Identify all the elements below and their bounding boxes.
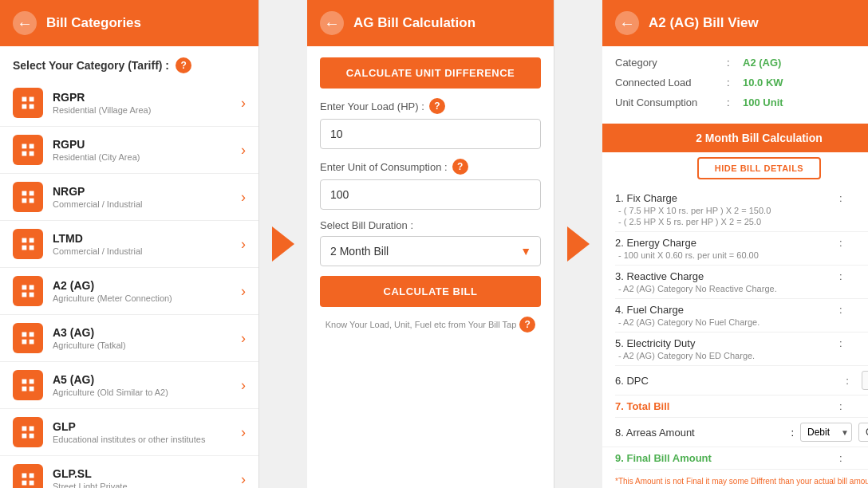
final-bill-label: 9. Final Bill Amount bbox=[615, 452, 839, 464]
panel1-header: ← Bill Categories bbox=[0, 0, 258, 46]
panel3-title: A2 (AG) Bill View bbox=[649, 15, 759, 31]
ag-bill-calc-panel: ← AG Bill Calculation CALCULATE UNIT DIF… bbox=[307, 0, 554, 488]
bill-row-dpc: 6. DPC : D.P.C. bbox=[615, 366, 868, 396]
arrears-select[interactable]: DebitCredit bbox=[800, 423, 852, 442]
chevron-right-icon: › bbox=[241, 189, 246, 206]
load-field-group: Enter Your Load (HP) : ? bbox=[320, 98, 541, 149]
category-sub-a5ag: Agriculture (Old Similar to A2) bbox=[53, 388, 231, 397]
category-item-a3ag[interactable]: A3 (AG) Agriculture (Tatkal) › bbox=[0, 315, 258, 362]
category-item-rgpr[interactable]: RGPR Residential (Village Area) › bbox=[0, 80, 258, 127]
final-colon: : bbox=[839, 452, 855, 464]
unit-help-icon[interactable]: ? bbox=[452, 159, 468, 175]
bill-label-total-bill: 7. Total Bill bbox=[615, 400, 839, 412]
category-icon-rgpr bbox=[13, 88, 43, 118]
info-help-icon[interactable]: ? bbox=[519, 317, 535, 333]
calc-body: CALCULATE UNIT DIFFERENCE Enter Your Loa… bbox=[307, 46, 554, 488]
bill-sub: - 100 unit X 0.60 rs. per unit = 60.00 bbox=[615, 250, 868, 260]
svg-rect-4 bbox=[22, 144, 27, 149]
bill-sub: - A2 (AG) Category No Fuel Charge. bbox=[615, 317, 868, 327]
meta-colon: : bbox=[727, 96, 743, 108]
calc-bill-button[interactable]: CALCULATE BILL bbox=[320, 276, 541, 307]
final-bill-row: 9. Final Bill Amount : 235.00 bbox=[615, 447, 868, 470]
category-icon-glpsl bbox=[13, 464, 43, 488]
bill-meta: Category : A2 (AG) Connected Load : 10.0… bbox=[602, 46, 868, 119]
svg-rect-25 bbox=[30, 380, 34, 384]
bill-categories-panel: ← Bill Categories Select Your Category (… bbox=[0, 0, 259, 488]
svg-rect-26 bbox=[22, 387, 27, 392]
arrears-colon: : bbox=[791, 427, 794, 439]
panel2-header: ← AG Bill Calculation bbox=[307, 0, 554, 46]
bill-label-fuel-charge: 4. Fuel Charge bbox=[615, 304, 839, 316]
chevron-right-icon: › bbox=[241, 236, 246, 253]
category-item-ltmd[interactable]: LTMD Commercial / Industrial › bbox=[0, 221, 258, 268]
svg-rect-10 bbox=[22, 199, 27, 203]
category-item-glpsl[interactable]: GLP.SL Street Light Private › bbox=[0, 456, 258, 488]
arrow-2 bbox=[554, 0, 602, 488]
svg-rect-6 bbox=[22, 152, 27, 156]
arrow-right-2-icon bbox=[567, 226, 590, 262]
svg-rect-16 bbox=[22, 285, 27, 290]
bill-value-total-bill: 235.00 bbox=[855, 400, 868, 412]
svg-rect-9 bbox=[30, 191, 34, 196]
load-label: Enter Your Load (HP) : ? bbox=[320, 98, 541, 114]
svg-rect-14 bbox=[22, 246, 27, 250]
info-bar: Know Your Load, Unit, Fuel etc from Your… bbox=[320, 317, 541, 333]
svg-rect-20 bbox=[22, 333, 27, 337]
panel2-title: AG Bill Calculation bbox=[353, 15, 475, 31]
arrow-1 bbox=[259, 0, 307, 488]
svg-rect-30 bbox=[22, 434, 27, 439]
panel2-back-button[interactable]: ← bbox=[320, 11, 344, 35]
duration-select-wrap: 1 Month Bill2 Month Bill3 Month Bill ▼ bbox=[320, 236, 541, 266]
svg-rect-21 bbox=[30, 333, 34, 337]
bill-value-reactive-charge: 0.00 bbox=[855, 270, 868, 282]
meta-colon: : bbox=[727, 57, 743, 69]
panel1-back-button[interactable]: ← bbox=[13, 11, 37, 35]
unit-label: Enter Unit of Consumption : ? bbox=[320, 159, 541, 175]
category-name-a3ag: A3 (AG) bbox=[53, 326, 231, 339]
meta-row-unit-consumption: Unit Consumption : 100 Unit bbox=[615, 94, 868, 111]
meta-row-category: Category : A2 (AG) bbox=[615, 54, 868, 71]
bill-sub: - ( 2.5 HP X 5 rs. per HP ) X 2 = 25.0 bbox=[615, 217, 868, 226]
meta-value: 10.0 KW bbox=[743, 77, 783, 89]
bill-row-fuel-charge: 4. Fuel Charge : 0.00 - A2 (AG) Category… bbox=[615, 299, 868, 333]
category-item-a2ag[interactable]: A2 (AG) Agriculture (Meter Connection) › bbox=[0, 268, 258, 315]
category-item-a5ag[interactable]: A5 (AG) Agriculture (Old Similar to A2) … bbox=[0, 362, 258, 409]
category-item-glp[interactable]: GLP Educational institutes or other inst… bbox=[0, 409, 258, 456]
svg-rect-31 bbox=[30, 434, 34, 439]
load-help-icon[interactable]: ? bbox=[429, 98, 445, 114]
chevron-right-icon: › bbox=[241, 471, 246, 488]
category-list: RGPR Residential (Village Area) › RGPU R… bbox=[0, 80, 258, 488]
category-name-glpsl: GLP.SL bbox=[53, 467, 231, 480]
category-item-rgpu[interactable]: RGPU Residential (City Area) › bbox=[0, 127, 258, 174]
duration-field-group: Select Bill Duration : 1 Month Bill2 Mon… bbox=[320, 219, 541, 266]
unit-input[interactable] bbox=[320, 179, 541, 210]
chevron-right-icon: › bbox=[241, 377, 246, 394]
category-item-nrgp[interactable]: NRGP Commercial / Industrial › bbox=[0, 174, 258, 221]
svg-rect-1 bbox=[30, 97, 34, 102]
bill-row-energy-charge: 2. Energy Charge : 60.00 - 100 unit X 0.… bbox=[615, 232, 868, 266]
panel1-title: Bill Categories bbox=[46, 15, 141, 31]
hide-bill-details-button[interactable]: HIDE BILL DETAILS bbox=[697, 157, 821, 179]
svg-rect-5 bbox=[30, 144, 34, 149]
tariff-help-icon[interactable]: ? bbox=[176, 57, 191, 73]
duration-select[interactable]: 1 Month Bill2 Month Bill3 Month Bill bbox=[320, 236, 541, 266]
meta-label: Unit Consumption bbox=[615, 96, 727, 108]
bill-row-reactive-charge: 3. Reactive Charge : 0.00 - A2 (AG) Cate… bbox=[615, 266, 868, 299]
calc-unit-diff-button[interactable]: CALCULATE UNIT DIFFERENCE bbox=[320, 57, 541, 89]
panel3-back-button[interactable]: ← bbox=[615, 11, 639, 35]
final-bill-section: 9. Final Bill Amount : 235.00 bbox=[602, 447, 868, 470]
bill-value-fuel-charge: 0.00 bbox=[855, 304, 868, 316]
svg-rect-27 bbox=[30, 387, 34, 392]
svg-rect-18 bbox=[22, 293, 27, 297]
load-input[interactable] bbox=[320, 119, 541, 149]
svg-rect-29 bbox=[30, 427, 34, 431]
final-bill-main: 9. Final Bill Amount : 235.00 bbox=[615, 452, 868, 464]
arrow-right-icon bbox=[272, 226, 294, 262]
bill-sub: - A2 (AG) Category No Reactive Charge. bbox=[615, 284, 868, 293]
svg-rect-7 bbox=[30, 152, 34, 156]
bill-row-electricity-duty: 5. Electricity Duty : 0.00 - A2 (AG) Cat… bbox=[615, 333, 868, 366]
svg-rect-11 bbox=[30, 199, 34, 203]
svg-rect-15 bbox=[30, 246, 34, 250]
svg-rect-23 bbox=[30, 340, 34, 344]
svg-rect-2 bbox=[22, 104, 27, 109]
